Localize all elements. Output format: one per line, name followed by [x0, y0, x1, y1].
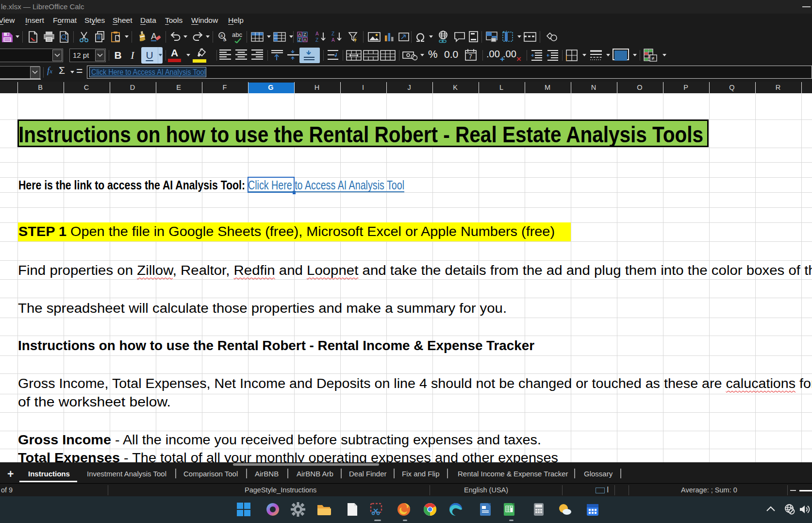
- svg-text:abc: abc: [232, 31, 242, 38]
- svg-text:Z: Z: [331, 31, 334, 36]
- svg-text:A: A: [304, 37, 307, 42]
- svg-text:a: a: [220, 33, 223, 38]
- svg-text:≠: ≠: [651, 55, 654, 61]
- svg-text:d: d: [223, 37, 226, 42]
- svg-text:A: A: [151, 32, 157, 41]
- svg-text:7: 7: [469, 53, 472, 60]
- svg-text:Z: Z: [304, 32, 306, 37]
- svg-text:Z: Z: [315, 37, 318, 43]
- svg-text:A: A: [315, 31, 319, 36]
- svg-text:Z: Z: [298, 37, 301, 42]
- svg-text:A: A: [298, 32, 301, 37]
- svg-text:A: A: [331, 37, 335, 43]
